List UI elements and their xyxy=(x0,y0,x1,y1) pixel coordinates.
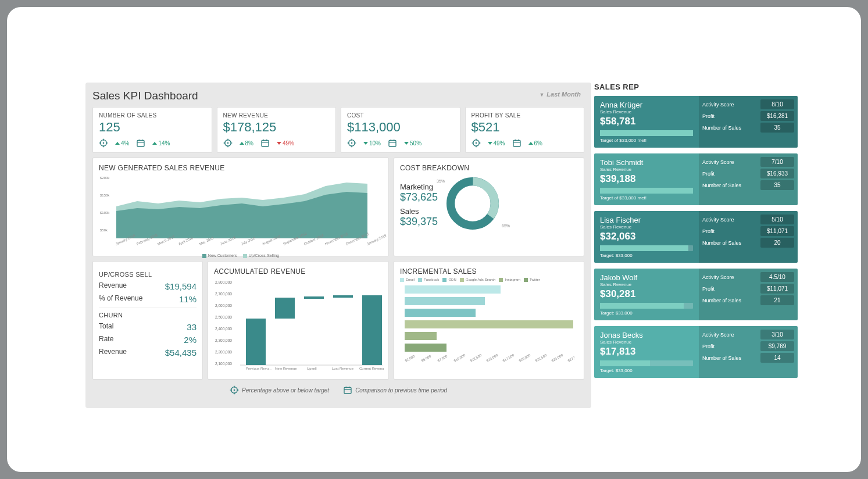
rep-profit: $16,281 xyxy=(760,111,794,121)
svg-text:$12,500: $12,500 xyxy=(470,353,483,362)
rep-target: Target: $33,000 xyxy=(600,310,693,316)
kpi-card: NEW REVENUE$178,1258%49% xyxy=(217,107,337,153)
svg-text:$25,000: $25,000 xyxy=(551,353,564,362)
svg-text:2,800,000: 2,800,000 xyxy=(215,280,232,284)
kpi-target-pct: 4% xyxy=(115,140,129,146)
rep-target: Target of $33,000 met! xyxy=(600,195,693,201)
svg-text:$2,500: $2,500 xyxy=(405,354,416,363)
kpi-card: PROFIT BY SALE$52149%6% xyxy=(465,107,585,153)
rep-card[interactable]: Lisa FischerSales Revenue$32,063Target: … xyxy=(594,211,798,263)
svg-text:2,100,000: 2,100,000 xyxy=(215,362,232,366)
rep-card[interactable]: Jakob WolfSales Revenue$30,281Target: $3… xyxy=(594,269,798,320)
rep-card[interactable]: Anna KrügerSales Revenue$58,781Target of… xyxy=(594,96,798,148)
cost-title: COST BREAKDOWN xyxy=(400,164,578,172)
rep-revenue: $39,188 xyxy=(600,173,693,185)
inc-legend: EmailFacebookGDNGoogle Ads SearchInstagr… xyxy=(400,278,578,282)
kpi-target-pct: 10% xyxy=(363,140,381,146)
svg-text:January 2019: January 2019 xyxy=(366,234,387,246)
rep-name: Jonas Becks xyxy=(600,331,693,339)
rep-name: Anna Krüger xyxy=(600,101,693,109)
svg-point-96 xyxy=(234,389,235,391)
rep-card[interactable]: Jonas BecksSales Revenue$17,813Target: $… xyxy=(594,326,798,378)
kpi-cal-pct: 49% xyxy=(277,140,294,146)
svg-rect-72 xyxy=(362,295,382,365)
svg-rect-36 xyxy=(513,140,520,146)
area-chart-title: NEW GENERATED SALES REVENUE xyxy=(99,164,383,172)
svg-rect-83 xyxy=(405,344,446,352)
rep-sales: 20 xyxy=(760,238,794,248)
period-filter[interactable]: Last Month xyxy=(539,91,581,98)
rep-revenue: $17,813 xyxy=(600,346,693,358)
target-icon xyxy=(347,138,356,148)
kpi-value: $521 xyxy=(471,120,578,135)
sales-rep-title: SALES REP xyxy=(594,83,798,91)
rep-subtitle: Sales Revenue xyxy=(600,339,693,345)
rep-activity: 8/10 xyxy=(760,99,794,109)
inc-title: INCREMENTAL SALES xyxy=(400,267,578,276)
kpi-target-pct: 8% xyxy=(240,140,253,146)
churn-total: 33 xyxy=(187,322,197,332)
rep-target: Target: $33,000 xyxy=(600,253,693,258)
svg-text:$50k: $50k xyxy=(100,228,108,232)
svg-rect-80 xyxy=(405,309,476,317)
rep-sales: 21 xyxy=(760,295,794,305)
cost-breakdown-panel: COST BREAKDOWN Marketing $73,625 Sales $… xyxy=(394,158,584,256)
svg-rect-71 xyxy=(333,295,353,298)
sales-rep-panel: SALES REP Anna KrügerSales Revenue$58,78… xyxy=(594,83,798,384)
svg-text:New Revenue: New Revenue xyxy=(275,367,297,370)
svg-rect-78 xyxy=(405,285,501,294)
acc-chart: 2,800,0002,700,0002,600,0002,500,0002,40… xyxy=(214,278,384,371)
svg-rect-70 xyxy=(304,296,324,299)
svg-text:2,600,000: 2,600,000 xyxy=(215,303,232,308)
svg-text:$10,000: $10,000 xyxy=(453,353,466,362)
area-chart-panel: NEW GENERATED SALES REVENUE $200k$150k$1… xyxy=(92,158,389,256)
svg-rect-16 xyxy=(262,140,269,146)
rep-progress xyxy=(600,360,693,366)
rep-activity: 7/10 xyxy=(760,157,794,167)
svg-text:$15,000: $15,000 xyxy=(486,353,499,362)
svg-text:$5,000: $5,000 xyxy=(421,354,432,363)
rep-name: Lisa Fischer xyxy=(600,216,693,224)
svg-text:2,300,000: 2,300,000 xyxy=(215,338,232,342)
rep-profit: $16,933 xyxy=(760,169,794,178)
svg-text:Current Revenue: Current Revenue xyxy=(359,367,384,370)
rep-subtitle: Sales Revenue xyxy=(600,167,693,172)
cost-sales-value: $39,375 xyxy=(400,216,438,228)
rep-revenue: $32,063 xyxy=(600,231,693,242)
rep-subtitle: Sales Revenue xyxy=(600,109,693,115)
svg-text:$22,500: $22,500 xyxy=(535,353,548,362)
upcross-revenue: $19,594 xyxy=(165,281,197,291)
svg-text:$27,500: $27,500 xyxy=(567,353,575,362)
calendar-icon xyxy=(343,385,352,395)
calendar-icon xyxy=(388,138,397,148)
rep-revenue: $30,281 xyxy=(600,288,693,300)
svg-text:2,200,000: 2,200,000 xyxy=(215,350,232,354)
target-icon xyxy=(99,138,108,148)
rep-sales: 35 xyxy=(760,123,794,133)
kpi-cal-pct: 6% xyxy=(528,140,542,146)
kpi-cal-pct: 14% xyxy=(152,140,170,146)
svg-rect-82 xyxy=(405,332,437,340)
svg-text:$20,000: $20,000 xyxy=(519,353,531,362)
kpi-card: NUMBER OF SALES1254%14% xyxy=(92,107,212,153)
svg-text:$150k: $150k xyxy=(100,194,110,197)
cost-marketing-label: Marketing xyxy=(400,183,438,191)
rep-card[interactable]: Tobi SchmidtSales Revenue$39,188Target o… xyxy=(594,153,798,205)
rep-sales: 14 xyxy=(760,353,794,363)
churn-rate: 2% xyxy=(184,335,197,345)
area-chart: $200k$150k$100k$50k January 2018February… xyxy=(99,174,390,250)
rep-profit: $11,071 xyxy=(760,226,794,236)
inc-sales-panel: INCREMENTAL SALES EmailFacebookGDNGoogle… xyxy=(394,261,584,380)
svg-point-21 xyxy=(351,142,353,144)
kpi-value: $178,125 xyxy=(223,120,330,135)
kpi-value: $113,000 xyxy=(347,120,454,135)
svg-rect-69 xyxy=(275,298,295,319)
rep-progress xyxy=(600,303,693,309)
svg-text:Lost Revenue: Lost Revenue xyxy=(332,367,354,370)
acc-title: ACCUMULATED REVENUE xyxy=(214,267,383,276)
rep-target: Target: $33,000 xyxy=(600,368,693,373)
svg-text:2,400,000: 2,400,000 xyxy=(215,327,232,331)
area-legend: New Customers Up/Cross-Selling xyxy=(99,253,383,258)
rep-name: Tobi Schmidt xyxy=(600,158,693,167)
cost-sales-label: Sales xyxy=(400,207,438,216)
